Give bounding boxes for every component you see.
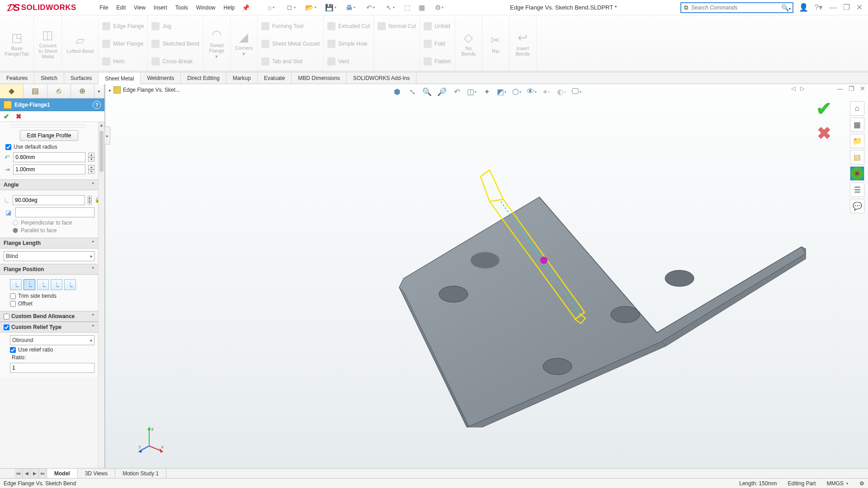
custom-bend-allowance-header[interactable]: Custom Bend Allowance˅ — [0, 311, 98, 322]
ptab-dim[interactable]: ⊕ — [71, 84, 94, 98]
home-icon[interactable]: ⌂▾ — [263, 3, 278, 13]
display-style-icon[interactable]: ◩▾ — [495, 85, 508, 98]
prev-view-icon[interactable]: ↶ — [451, 85, 463, 98]
search-icon[interactable]: 🔍▾ — [780, 4, 793, 11]
view-orientation-icon[interactable]: ⬢ — [391, 85, 404, 98]
dynamic-icon[interactable]: ✦ — [481, 85, 493, 98]
view-settings-icon[interactable]: 👁▾ — [525, 85, 538, 98]
ribbon-unfold[interactable]: Unfold — [424, 20, 451, 32]
cancel-button[interactable]: ✖ — [16, 113, 22, 121]
status-extra-icon[interactable]: ⚙ — [859, 480, 864, 487]
radius-spinner[interactable]: ▲▼ — [88, 153, 94, 162]
gap-spinner[interactable]: ▲▼ — [88, 165, 94, 174]
angle-face-input[interactable] — [15, 207, 94, 217]
taskpane-props-icon[interactable]: ☰ — [850, 183, 864, 197]
pos-btn-2[interactable]: ⎿ — [24, 279, 35, 290]
ribbon-miter-flange[interactable]: Miter Flange — [102, 38, 144, 50]
view-normal-icon[interactable]: ⤡ — [406, 85, 419, 98]
ptab-more[interactable]: ▸ — [94, 84, 104, 98]
menu-file[interactable]: File — [99, 5, 108, 11]
tab-addins[interactable]: SOLIDWORKS Add-Ins — [347, 72, 416, 84]
ribbon-sketched-bend[interactable]: Sketched Bend — [151, 38, 199, 50]
status-units[interactable]: MMGS — [827, 480, 844, 487]
taskpane-appearance-icon[interactable]: ● — [850, 166, 864, 181]
menu-edit[interactable]: Edit — [116, 5, 126, 11]
user-icon[interactable]: 👤 — [799, 3, 808, 12]
ribbon-convert-sheet[interactable]: ◫Convert to Sheet Metal — [34, 15, 62, 72]
menu-tools[interactable]: Tools — [175, 5, 188, 11]
save-icon[interactable]: 💾▾ — [323, 3, 338, 13]
panel-expand-handle[interactable]: ▸ — [105, 127, 110, 145]
tab-features[interactable]: Features — [0, 72, 34, 84]
ribbon-fold[interactable]: Fold — [424, 38, 451, 50]
taskpane-resources-icon[interactable]: ▦ — [850, 117, 864, 132]
ribbon-gusset[interactable]: Sheet Metal Gusset — [261, 38, 320, 50]
pos-btn-4[interactable]: ⎿ — [51, 279, 62, 290]
search-input[interactable] — [691, 5, 780, 11]
custom-relief-type-header[interactable]: Custom Relief Type˄ — [0, 322, 98, 333]
radius-input[interactable] — [13, 152, 85, 162]
ptab-config[interactable]: ⎋ — [47, 84, 71, 98]
offset-checkbox[interactable] — [10, 301, 16, 307]
ribbon-hem[interactable]: Hem — [102, 56, 144, 67]
flange-position-header[interactable]: Flange Position˄ — [0, 264, 98, 275]
pin-icon[interactable]: 📌 — [242, 4, 250, 11]
scene-icon[interactable]: ◐▾ — [555, 85, 568, 98]
ribbon-simple-hole[interactable]: Simple Hole — [327, 38, 370, 50]
restore-icon[interactable]: ❐ — [843, 3, 850, 12]
menu-view[interactable]: View — [134, 5, 146, 11]
minimize-icon[interactable]: — — [829, 3, 837, 12]
panel-scrollbar[interactable]: ▲ ▼ — [98, 122, 104, 478]
bt-prev-icon[interactable]: ◀ — [23, 469, 31, 478]
flange-length-header[interactable]: Flange Length˄ — [0, 238, 98, 249]
pos-btn-5[interactable]: ⎿ — [64, 279, 76, 290]
undo-icon[interactable]: ↶▾ — [363, 3, 378, 13]
ptab-property[interactable]: ▤ — [24, 84, 47, 98]
angle-input[interactable] — [13, 195, 85, 205]
menu-window[interactable]: Window — [196, 5, 216, 11]
use-relief-ratio-checkbox[interactable] — [10, 347, 16, 353]
ribbon-flatten[interactable]: Flatten — [424, 56, 451, 67]
ribbon-swept-flange[interactable]: ◠Swept Flange▾ — [203, 15, 231, 72]
ptab-feature[interactable]: ◆ — [0, 84, 24, 98]
crt-checkbox[interactable] — [4, 324, 9, 330]
menu-insert[interactable]: Insert — [154, 5, 167, 11]
use-default-radius-checkbox[interactable] — [5, 144, 11, 150]
pos-btn-1[interactable]: ⎿ — [10, 279, 22, 290]
graphics-cancel-icon[interactable]: ✖ — [817, 123, 831, 143]
ribbon-lofted-bend[interactable]: ▱Lofted-Bend — [62, 15, 99, 72]
ribbon-base-flange[interactable]: ◳Base Flange/Tab — [0, 15, 34, 72]
ribbon-no-bends[interactable]: ◇No Bends — [455, 15, 482, 72]
new-icon[interactable]: 🗋▾ — [283, 3, 298, 13]
ribbon-vent[interactable]: Vent — [327, 56, 370, 67]
taskpane-library-icon[interactable]: 📁 — [850, 134, 864, 148]
render-icon[interactable]: 🖵▾ — [570, 85, 583, 98]
options-icon[interactable]: ▦ — [417, 3, 427, 13]
edit-flange-profile-button[interactable]: Edit Flange Profile — [20, 130, 78, 141]
ribbon-edge-flange[interactable]: Edge Flange — [102, 20, 144, 32]
ribbon-normal-cut[interactable]: Normal Cut — [377, 20, 416, 32]
taskpane-forum-icon[interactable]: 💬 — [850, 199, 864, 213]
breadcrumb[interactable]: ▸ Edge Flange Vs. Sket... — [109, 86, 180, 94]
taskpane-home-icon[interactable]: ⌂ — [850, 101, 864, 116]
hide-show-icon[interactable]: ⬡▾ — [510, 85, 523, 98]
ribbon-forming-tool[interactable]: Forming Tool — [261, 20, 320, 32]
tab-mbd[interactable]: MBD Dimensions — [292, 72, 347, 84]
search-commands[interactable]: ⧉ 🔍▾ — [680, 2, 793, 13]
rebuild-icon[interactable]: ⬚ — [402, 3, 412, 13]
zoom-fit-icon[interactable]: 🔍 — [421, 85, 434, 98]
select-icon[interactable]: ↖▾ — [382, 3, 398, 13]
feature-help-icon[interactable]: ? — [93, 101, 101, 109]
tab-evaluate[interactable]: Evaluate — [258, 72, 292, 84]
pos-btn-3[interactable]: ⎿ — [37, 279, 49, 290]
tab-sheet-metal[interactable]: Sheet Metal — [99, 73, 141, 84]
bt-next-icon[interactable]: ▶ — [31, 469, 39, 478]
ok-button[interactable]: ✔ — [4, 113, 9, 121]
help-icon[interactable]: ?▾ — [815, 3, 823, 12]
angle-spinner[interactable]: ▲▼ — [88, 196, 92, 205]
bt-last-icon[interactable]: ⏭ — [39, 469, 47, 478]
relief-type-select[interactable]: Obround▾ — [10, 335, 94, 345]
taskpane-view-icon[interactable]: ▤ — [850, 150, 864, 164]
tab-direct-editing[interactable]: Direct Editing — [181, 72, 226, 84]
ribbon-extruded-cut[interactable]: Extruded Cut — [327, 20, 370, 32]
